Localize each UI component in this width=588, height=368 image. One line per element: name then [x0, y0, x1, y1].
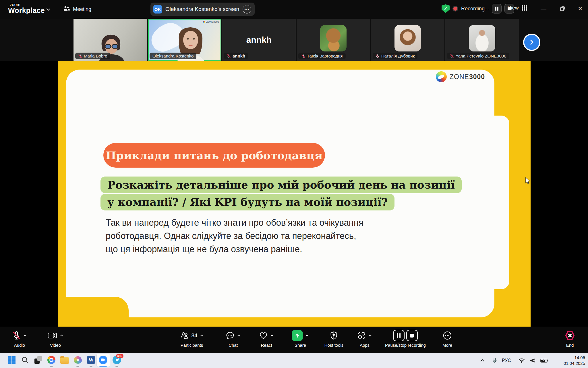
- taskbar-app-snipping-tool[interactable]: [33, 355, 43, 365]
- participant-tile-nataliia[interactable]: Наталія Дубовик: [371, 19, 444, 61]
- tray-microphone-icon[interactable]: [493, 353, 497, 368]
- pause-recording-button[interactable]: [492, 4, 502, 14]
- muted-mic-icon: [301, 54, 305, 58]
- tray-clock[interactable]: 14:05 01.04.2025: [564, 355, 585, 366]
- word-running-indicator: [90, 366, 92, 367]
- title-bar: zoom Workplace Meeting OK Oleksandra Kos…: [0, 0, 588, 19]
- app-window: zoom Workplace Meeting OK Oleksandra Kos…: [0, 0, 588, 368]
- paint-palette-icon: [74, 356, 82, 364]
- windows-logo-icon: [8, 356, 16, 364]
- avatar: [394, 25, 421, 51]
- stop-recording-icon[interactable]: [406, 330, 418, 341]
- minimize-button[interactable]: —: [535, 0, 552, 17]
- participant-tile-maria[interactable]: Maria Bobro: [74, 19, 147, 61]
- taskbar-app-paint[interactable]: [73, 355, 83, 365]
- muted-mic-icon: [78, 54, 82, 58]
- tray-hidden-icons-chevron-icon[interactable]: [480, 353, 485, 368]
- view-button[interactable]: View: [508, 5, 527, 11]
- recording-controls: ✓ Recording...: [442, 4, 514, 14]
- slide-highlighted-question-line2: у компанії? / Які KPI будуть на моїй поз…: [100, 194, 394, 210]
- taskbar-app-file-explorer[interactable]: [60, 355, 69, 365]
- close-button[interactable]: ✕: [571, 0, 588, 17]
- zone3000-logo: ZONE3000: [436, 71, 485, 82]
- meeting-toolbar: Audio Video 34 Participants Chat: [0, 327, 588, 353]
- workspace-dropdown-chevron-icon[interactable]: [46, 7, 51, 12]
- more-ellipsis-icon: [443, 331, 452, 340]
- pause-stop-recording-button[interactable]: Pause/stop recording: [385, 329, 426, 348]
- share-options-ellipsis-icon[interactable]: •••: [243, 5, 251, 14]
- zoom-app-icon: [99, 356, 107, 364]
- start-button[interactable]: [7, 355, 17, 365]
- tray-volume-icon[interactable]: [529, 353, 536, 368]
- participant-tile-oleksandra-active-speaker[interactable]: ZONE3000 Oleksandra Kostenko: [148, 19, 221, 61]
- share-button[interactable]: Share: [292, 329, 309, 348]
- react-options-chevron-icon[interactable]: [270, 334, 274, 337]
- shared-screen-pill[interactable]: OK Oleksandra Kostenko's screen •••: [150, 3, 255, 16]
- host-tools-button[interactable]: Host tools: [324, 329, 344, 348]
- security-shield-icon[interactable]: ✓: [442, 4, 450, 13]
- participants-count: 34: [191, 332, 197, 339]
- audio-options-chevron-icon[interactable]: [24, 334, 27, 337]
- zoom-workplace-brand: Workplace: [8, 6, 45, 15]
- folder-icon: [60, 357, 69, 364]
- tray-time: 14:05: [564, 355, 585, 361]
- apps-options-chevron-icon[interactable]: [369, 334, 372, 337]
- slide-white-card: [66, 70, 494, 317]
- restore-button[interactable]: [554, 0, 571, 17]
- participant-name-label: Таїсія Завгородня: [298, 53, 346, 59]
- host-tools-shield-icon: [330, 331, 338, 340]
- participant-name-label: Наталія Дубовик: [373, 53, 417, 59]
- video-options-chevron-icon[interactable]: [60, 334, 63, 337]
- end-meeting-button[interactable]: End: [565, 329, 575, 348]
- slide-card-right-tab: [489, 116, 509, 289]
- slide-highlighted-question-line1: Розкажіть детальніше про мій робочий ден…: [100, 177, 462, 193]
- tray-wifi-icon[interactable]: [519, 353, 525, 368]
- windows-taskbar: W 489 РУС: [0, 353, 588, 368]
- view-label: View: [508, 5, 519, 11]
- chat-options-chevron-icon[interactable]: [237, 334, 241, 337]
- participant-tile-taisiia[interactable]: Таїсія Завгородня: [297, 19, 370, 61]
- share-options-chevron-icon[interactable]: [305, 334, 309, 337]
- pause-recording-icon[interactable]: [393, 330, 405, 341]
- search-icon: [21, 356, 29, 364]
- video-button[interactable]: Video: [48, 329, 63, 348]
- meeting-tab-label: Meeting: [73, 6, 91, 12]
- taskbar-app-telegram[interactable]: 489: [112, 355, 122, 365]
- shared-screen-slide: ZONE3000 Приклади питань до роботодавця …: [58, 61, 531, 327]
- participant-tile-annkh[interactable]: annkh annkh: [222, 19, 296, 61]
- participants-button[interactable]: 34 Participants: [180, 329, 203, 348]
- taskbar-app-chrome[interactable]: [47, 355, 56, 365]
- apps-button[interactable]: Apps: [357, 329, 372, 348]
- participants-options-chevron-icon[interactable]: [200, 334, 204, 337]
- taskbar-search-button[interactable]: [20, 355, 30, 365]
- participant-tile-yana[interactable]: Yana Perevalo ZONE3000: [445, 19, 519, 61]
- share-screen-icon: [292, 330, 303, 341]
- camera-icon: [48, 332, 57, 339]
- tab-meeting[interactable]: Meeting: [63, 4, 91, 14]
- taskbar-app-word[interactable]: W: [86, 355, 96, 365]
- sharer-initials-badge: OK: [153, 5, 162, 14]
- react-button[interactable]: React: [259, 329, 274, 348]
- apps-icon: [357, 331, 366, 340]
- zone3000-watermark: ZONE3000: [203, 20, 219, 23]
- heart-icon: [259, 331, 268, 340]
- meeting-people-icon: [63, 5, 70, 13]
- zoom-running-indicator: [99, 366, 107, 367]
- tray-date: 01.04.2025: [564, 361, 585, 366]
- zone3000-logo-icon: [203, 21, 205, 23]
- chat-button[interactable]: Chat: [226, 329, 241, 348]
- muted-mic-icon: [12, 331, 21, 340]
- tray-battery-icon[interactable]: [540, 353, 548, 368]
- end-hexagon-icon: [565, 331, 575, 340]
- taskbar-app-zoom[interactable]: [98, 355, 108, 365]
- more-button[interactable]: More: [442, 329, 452, 348]
- participant-name-label: Yana Perevalo ZONE3000: [447, 53, 509, 59]
- slide-title-pill: Приклади питань до роботодавця: [103, 143, 325, 168]
- muted-mic-icon: [227, 54, 231, 58]
- next-participants-page-button[interactable]: [523, 34, 540, 51]
- participants-icon: [180, 331, 189, 340]
- muted-mic-icon: [450, 54, 454, 58]
- participant-display-name: annkh: [246, 35, 272, 45]
- audio-button[interactable]: Audio: [12, 329, 27, 348]
- tray-language-indicator[interactable]: РУС: [502, 353, 511, 368]
